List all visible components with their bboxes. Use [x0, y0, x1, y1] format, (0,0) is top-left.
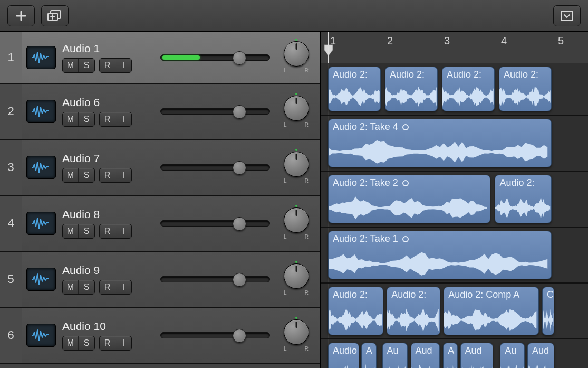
audio-region[interactable]: Audio 2: Take 1	[328, 231, 552, 279]
mute-button[interactable]: M	[63, 336, 79, 350]
audio-region[interactable]: Audio 2:	[495, 175, 552, 223]
pan-knob[interactable]	[284, 319, 309, 345]
audio-region[interactable]: Au	[382, 343, 408, 368]
add-track-button[interactable]	[7, 5, 35, 26]
track-header[interactable]: 1 Audio 1 M S R	[0, 32, 320, 84]
audio-region[interactable]: C	[542, 287, 554, 335]
bar-ruler[interactable]: 12345	[321, 32, 588, 63]
mute-button[interactable]: M	[63, 59, 79, 72]
duplicate-track-button[interactable]	[41, 5, 69, 26]
track-number[interactable]: 6	[0, 308, 22, 363]
track-lane[interactable]: Audio 2: Take 1	[321, 228, 588, 284]
track-name[interactable]: Audio 7	[62, 152, 152, 165]
track-name[interactable]: Audio 6	[62, 96, 152, 109]
audio-region[interactable]: Aud	[460, 343, 494, 368]
track-header-column: 1 Audio 1 M S R	[0, 32, 321, 368]
solo-button[interactable]: S	[79, 59, 94, 72]
audio-region[interactable]: Audio 2:	[499, 67, 552, 111]
record-enable-button[interactable]: R	[100, 336, 115, 350]
track-type-icon[interactable]	[26, 212, 56, 235]
audio-region[interactable]: A	[361, 343, 377, 368]
pan-knob[interactable]	[284, 207, 309, 233]
solo-button[interactable]: S	[79, 112, 94, 126]
mute-button[interactable]: M	[63, 280, 79, 294]
input-monitor-button[interactable]: I	[115, 59, 131, 72]
input-monitor-button[interactable]: I	[115, 280, 131, 294]
solo-button[interactable]: S	[79, 168, 94, 182]
mute-button[interactable]: M	[63, 168, 79, 182]
audio-region[interactable]: Audio 2: Take 4	[328, 119, 552, 167]
record-input-group: R I	[99, 280, 132, 295]
audio-region[interactable]: Aud	[527, 343, 554, 368]
record-enable-button[interactable]: R	[100, 280, 115, 294]
track-lane[interactable]: Audio 2: Take 2Audio 2:	[321, 172, 588, 228]
track-lane[interactable]: Audio 2:Audio 2:Audio 2:Audio 2:	[321, 63, 588, 116]
audio-region[interactable]: Audio 2:	[328, 67, 381, 111]
mute-button[interactable]: M	[63, 112, 79, 126]
track-type-icon[interactable]	[26, 100, 56, 123]
input-monitor-button[interactable]: I	[115, 168, 131, 182]
pan-knob[interactable]	[284, 96, 309, 121]
volume-slider[interactable]	[160, 272, 270, 287]
pan-knob[interactable]	[284, 263, 309, 289]
track-header[interactable]: 6 Audio 10 M S R	[0, 308, 320, 364]
volume-slider[interactable]	[160, 104, 270, 119]
track-lanes[interactable]: Audio 2:Audio 2:Audio 2:Audio 2:Audio 2:…	[321, 63, 588, 368]
solo-button[interactable]: S	[79, 224, 94, 238]
audio-region[interactable]: Audio 2:	[328, 287, 383, 335]
track-header[interactable]: 3 Audio 7 M S R	[0, 140, 320, 196]
track-number[interactable]: 2	[0, 84, 22, 139]
audio-region[interactable]: Audio 2:	[387, 287, 440, 335]
track-name[interactable]: Audio 8	[62, 208, 152, 221]
audio-region[interactable]: Au	[500, 343, 524, 368]
track-header[interactable]: 4 Audio 8 M S R	[0, 196, 320, 252]
record-enable-button[interactable]: R	[100, 112, 115, 126]
track-header[interactable]: 2 Audio 6 M S R	[0, 84, 320, 140]
input-monitor-button[interactable]: I	[115, 224, 131, 238]
input-monitor-button[interactable]: I	[115, 112, 131, 126]
solo-button[interactable]: S	[79, 280, 94, 294]
track-header[interactable]: 5 Audio 9 M S R	[0, 252, 320, 308]
track-lane[interactable]: Audio 2: Take 4	[321, 116, 588, 172]
region-label: Audio 2: Take 4	[333, 121, 409, 133]
pan-knob[interactable]	[284, 152, 309, 177]
audio-region[interactable]: Aud	[411, 343, 440, 368]
loop-indicator-icon	[402, 236, 409, 242]
track-type-icon[interactable]	[26, 268, 56, 291]
track-lane[interactable]: Audio 2:Audio 2:Audio 2: Comp AC	[321, 284, 588, 339]
volume-slider[interactable]	[160, 216, 270, 231]
region-label: Audio 2: Take 1	[333, 233, 409, 244]
track-type-icon[interactable]	[26, 46, 56, 69]
loop-indicator-icon	[402, 180, 409, 186]
audio-region[interactable]: Audio	[328, 343, 359, 368]
volume-slider[interactable]	[160, 160, 270, 175]
track-number[interactable]: 4	[0, 196, 22, 251]
pan-knob[interactable]	[284, 41, 309, 67]
track-name[interactable]: Audio 10	[62, 320, 152, 333]
track-header-config-button[interactable]	[553, 5, 581, 26]
volume-slider[interactable]	[160, 328, 270, 343]
audio-region[interactable]: Audio 2:	[385, 67, 438, 111]
input-monitor-button[interactable]: I	[115, 336, 131, 350]
record-enable-button[interactable]: R	[100, 224, 115, 238]
audio-region[interactable]: Audio 2: Take 2	[328, 175, 490, 223]
track-number[interactable]: 5	[0, 252, 22, 307]
record-enable-button[interactable]: R	[100, 59, 115, 72]
volume-slider[interactable]	[160, 50, 270, 65]
track-type-icon[interactable]	[26, 156, 56, 179]
mute-button[interactable]: M	[63, 224, 79, 238]
record-enable-button[interactable]: R	[100, 168, 115, 182]
dropdown-menu-icon	[560, 10, 574, 22]
solo-button[interactable]: S	[79, 336, 94, 350]
track-type-icon[interactable]	[26, 324, 56, 347]
track-lane[interactable]: AudioAAuAudAAudAuAud	[321, 339, 588, 368]
audio-region[interactable]: A	[443, 343, 458, 368]
loop-indicator-icon	[402, 124, 409, 130]
track-number[interactable]: 3	[0, 140, 22, 195]
audio-region[interactable]: Audio 2:	[442, 67, 495, 111]
track-number[interactable]: 1	[0, 32, 22, 83]
audio-region[interactable]: Audio 2: Comp A	[444, 287, 538, 335]
track-name[interactable]: Audio 9	[62, 264, 152, 277]
arrange-area: 12345 Audio 2:Audio 2:Audio 2:Audio 2:Au…	[321, 32, 588, 368]
track-name[interactable]: Audio 1	[62, 42, 152, 55]
